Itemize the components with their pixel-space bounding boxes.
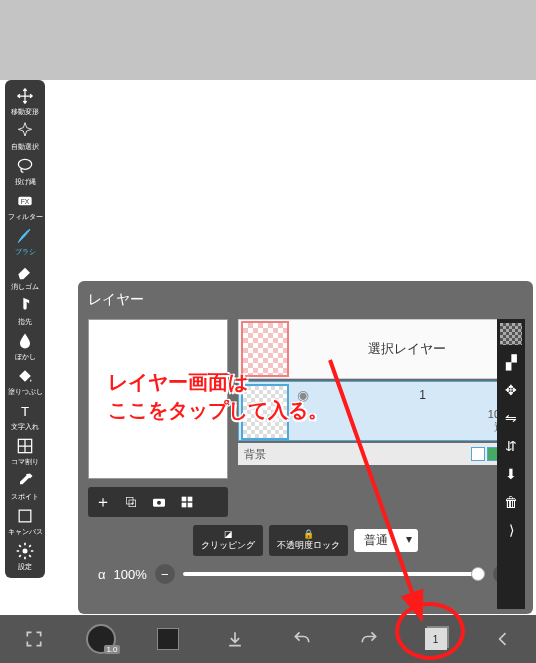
layer-actions: ＋ +	[88, 487, 228, 517]
tool-eraser[interactable]: 消しゴム	[7, 259, 43, 294]
tool-settings[interactable]: 設定	[7, 539, 43, 574]
tool-smudge[interactable]: 指先	[7, 294, 43, 329]
svg-point-11	[157, 501, 161, 505]
trash-icon[interactable]: 🗑	[500, 491, 522, 513]
back-icon[interactable]	[483, 619, 523, 659]
brush-preview-button[interactable]: 1.0	[81, 619, 121, 659]
color-swatch-button[interactable]	[148, 619, 188, 659]
tool-fill[interactable]: 塗りつぶし	[7, 364, 43, 399]
svg-text:FX: FX	[21, 198, 30, 205]
alpha-value: 100%	[114, 567, 147, 582]
alpha-slider[interactable]	[183, 572, 485, 576]
layers-button[interactable]: 1	[416, 619, 456, 659]
bg-swatch-white[interactable]	[471, 447, 485, 461]
background-row[interactable]: 背景	[238, 443, 523, 465]
layer-options-icon[interactable]: ▞	[500, 351, 522, 373]
bottom-bar: 1.0 1	[0, 615, 536, 663]
layer-name: 1	[329, 388, 516, 402]
move-icon[interactable]: ✥	[500, 379, 522, 401]
camera-button[interactable]	[147, 490, 171, 514]
undo-icon[interactable]	[282, 619, 322, 659]
redo-icon[interactable]	[349, 619, 389, 659]
selection-layer-row[interactable]: 選択レイヤー	[238, 319, 523, 379]
bg-label: 背景	[244, 447, 266, 462]
fullscreen-icon[interactable]	[14, 619, 54, 659]
left-toolbar: 移動変形 自動選択 投げ縄 FXフィルター ブラシ 消しゴム 指先 ぼかし 塗り…	[5, 80, 45, 578]
tool-frame[interactable]: コマ割り	[7, 434, 43, 469]
top-bar	[0, 0, 536, 80]
tool-blur[interactable]: ぼかし	[7, 329, 43, 364]
tool-canvas[interactable]: キャンバス	[7, 504, 43, 539]
clipping-button[interactable]: ◪クリッピング	[193, 525, 263, 556]
alpha-label: α	[98, 567, 106, 582]
opacity-lock-button[interactable]: 🔒不透明度ロック	[269, 525, 348, 556]
merge-down-icon[interactable]: ⬇	[500, 463, 522, 485]
more-layer-button[interactable]	[175, 490, 199, 514]
tool-filter[interactable]: FXフィルター	[7, 189, 43, 224]
collapse-icon[interactable]: ⟩	[500, 519, 522, 541]
selection-thumb	[241, 321, 289, 377]
layer-thumb	[241, 384, 289, 440]
layer-panel: レイヤー ＋ + 選択レイヤー ◉ 1	[78, 281, 533, 614]
tool-auto-select[interactable]: 自動選択	[7, 119, 43, 154]
svg-point-6	[23, 549, 28, 554]
svg-rect-5	[19, 510, 31, 522]
svg-text:T: T	[21, 404, 29, 419]
duplicate-layer-button[interactable]: +	[119, 490, 143, 514]
tool-lasso[interactable]: 投げ縄	[7, 154, 43, 189]
svg-rect-13	[188, 497, 193, 502]
svg-rect-14	[182, 503, 187, 508]
flip-h-icon[interactable]: ⇋	[500, 407, 522, 429]
blend-mode-select[interactable]: 普通	[354, 529, 418, 552]
add-layer-button[interactable]: ＋	[91, 490, 115, 514]
layer-row[interactable]: ◉ 1 100% 通通	[238, 381, 523, 441]
tool-transform[interactable]: 移動変形	[7, 84, 43, 119]
tool-text[interactable]: T文字入れ	[7, 399, 43, 434]
svg-text:+: +	[131, 500, 135, 506]
alpha-minus-button[interactable]: −	[155, 564, 175, 584]
svg-rect-12	[182, 497, 187, 502]
flip-v-icon[interactable]: ⇵	[500, 435, 522, 457]
save-icon[interactable]	[215, 619, 255, 659]
svg-point-0	[18, 159, 31, 169]
panel-title: レイヤー	[88, 291, 523, 309]
layer-side-toolbar: ▞ ✥ ⇋ ⇵ ⬇ 🗑 ⟩	[497, 319, 525, 609]
tool-brush[interactable]: ブラシ	[7, 224, 43, 259]
selection-label: 選択レイヤー	[291, 340, 522, 358]
visibility-icon[interactable]: ◉	[297, 387, 309, 403]
checker-icon[interactable]	[500, 323, 522, 345]
svg-rect-15	[188, 503, 193, 508]
layer-preview[interactable]	[88, 319, 228, 479]
tool-eyedropper[interactable]: スポイト	[7, 469, 43, 504]
